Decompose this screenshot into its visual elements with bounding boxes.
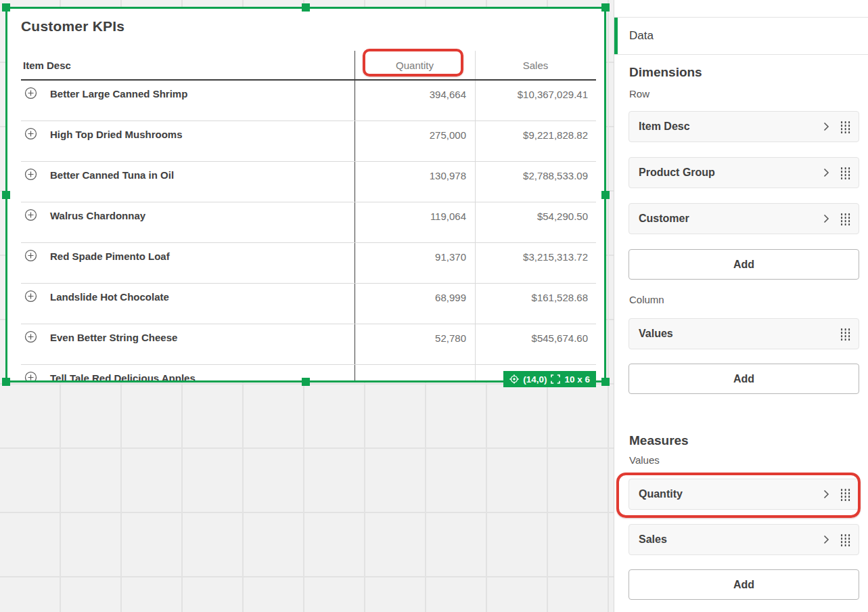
table-row: High Top Dried Mushrooms 275,000 $9,221,… bbox=[21, 121, 596, 162]
chevron-right-icon[interactable] bbox=[823, 214, 829, 223]
expand-row-icon[interactable] bbox=[24, 127, 37, 140]
tab-data[interactable]: Data bbox=[614, 17, 868, 55]
table-row: Red Spade Pimento Loaf 91,370 $3,215,313… bbox=[21, 243, 596, 284]
selection-handle-middle-left[interactable] bbox=[2, 191, 10, 199]
data-tab-label: Data bbox=[629, 29, 654, 43]
selection-handle-top-middle[interactable] bbox=[302, 3, 310, 12]
sheet-canvas[interactable]: Customer KPIs Item Desc Quantity Sales B… bbox=[0, 0, 614, 612]
drag-handle-icon[interactable] bbox=[840, 328, 850, 341]
table-row: Even Better String Cheese 52,780 $545,67… bbox=[21, 324, 596, 365]
expand-row-icon[interactable] bbox=[24, 371, 37, 380]
sales-cell: $2,788,533.09 bbox=[475, 170, 588, 181]
position-target-icon bbox=[509, 374, 519, 384]
expand-row-icon[interactable] bbox=[24, 330, 37, 343]
pivot-table: Item Desc Quantity Sales Better Large Ca… bbox=[21, 51, 596, 380]
dimension-card-customer[interactable]: Customer bbox=[629, 203, 859, 234]
widget-title: Customer KPIs bbox=[21, 18, 124, 35]
row-label[interactable]: Tell Tale Red Delicious Apples bbox=[50, 372, 196, 380]
measures-values-label: Values bbox=[629, 454, 660, 466]
column-card-label: Values bbox=[639, 328, 673, 340]
quantity-cell: 52,780 bbox=[355, 332, 466, 344]
column-card-values[interactable]: Values bbox=[629, 318, 859, 349]
drag-handle-icon[interactable] bbox=[840, 488, 850, 501]
expand-row-icon[interactable] bbox=[24, 87, 37, 100]
table-row: Better Large Canned Shrimp 394,664 $10,3… bbox=[21, 81, 596, 121]
drag-handle-icon[interactable] bbox=[840, 121, 850, 133]
table-row: Landslide Hot Chocolate 68,999 $161,528.… bbox=[21, 284, 596, 324]
dimension-card-product-group[interactable]: Product Group bbox=[629, 157, 859, 188]
selection-handle-bottom-middle[interactable] bbox=[302, 378, 310, 386]
add-measure-button[interactable]: Add bbox=[629, 569, 859, 600]
selection-handle-bottom-right[interactable] bbox=[601, 378, 610, 386]
dimensions-heading: Dimensions bbox=[629, 65, 702, 80]
column-section-label: Column bbox=[629, 294, 664, 305]
table-body: Better Large Canned Shrimp 394,664 $10,3… bbox=[21, 81, 596, 380]
table-row: Better Canned Tuna in Oil 130,978 $2,788… bbox=[21, 162, 596, 202]
measure-card-quantity[interactable]: Quantity bbox=[629, 479, 859, 510]
row-label[interactable]: Even Better String Cheese bbox=[50, 332, 177, 343]
row-section-label: Row bbox=[629, 88, 649, 100]
measure-card-label: Quantity bbox=[639, 488, 683, 500]
quantity-cell: 394,664 bbox=[355, 89, 466, 100]
drag-handle-icon[interactable] bbox=[840, 213, 850, 225]
drag-handle-icon[interactable] bbox=[840, 533, 850, 546]
expand-row-icon[interactable] bbox=[24, 209, 37, 221]
properties-panel: Data Dimensions Row Item Desc Product Gr… bbox=[614, 0, 868, 612]
row-label[interactable]: Walrus Chardonnay bbox=[50, 210, 145, 221]
table-header-row: Item Desc Quantity Sales bbox=[21, 51, 596, 81]
quantity-cell: 68,999 bbox=[355, 292, 466, 303]
add-column-dimension-button[interactable]: Add bbox=[629, 364, 859, 394]
expand-row-icon[interactable] bbox=[24, 249, 37, 262]
sales-cell: $10,367,029.41 bbox=[475, 89, 588, 100]
sales-cell: $545,674.60 bbox=[475, 332, 588, 344]
dimension-card-label: Customer bbox=[639, 213, 689, 225]
chevron-right-icon[interactable] bbox=[823, 535, 829, 544]
selection-handle-bottom-left[interactable] bbox=[2, 378, 10, 386]
table-row: Walrus Chardonnay 119,064 $54,290.50 bbox=[21, 202, 596, 243]
selection-position: (14,0) bbox=[523, 374, 547, 385]
quantity-cell: 130,978 bbox=[355, 170, 466, 181]
row-label[interactable]: Landslide Hot Chocolate bbox=[50, 291, 169, 303]
add-row-dimension-button[interactable]: Add bbox=[629, 249, 859, 280]
quantity-cell: 275,000 bbox=[355, 129, 466, 141]
column-header-quantity[interactable]: Quantity bbox=[355, 60, 475, 71]
chevron-right-icon[interactable] bbox=[823, 168, 829, 177]
column-header-sales[interactable]: Sales bbox=[475, 60, 596, 71]
chevron-right-icon[interactable] bbox=[823, 489, 829, 499]
selection-size: 10 x 6 bbox=[564, 374, 590, 385]
quantity-cell: 119,064 bbox=[355, 211, 466, 222]
sales-cell: $161,528.68 bbox=[475, 292, 588, 303]
selection-handle-middle-right[interactable] bbox=[601, 191, 610, 199]
selection-handle-top-left[interactable] bbox=[2, 3, 10, 12]
quantity-cell: 91,370 bbox=[355, 251, 466, 263]
sales-cell: $9,221,828.82 bbox=[475, 129, 588, 141]
column-header-item-desc[interactable]: Item Desc bbox=[23, 60, 71, 71]
row-label[interactable]: Better Large Canned Shrimp bbox=[50, 88, 187, 100]
drag-handle-icon[interactable] bbox=[840, 167, 850, 179]
row-label[interactable]: High Top Dried Mushrooms bbox=[50, 129, 183, 140]
sales-cell: $3,215,313.72 bbox=[475, 251, 588, 263]
expand-row-icon[interactable] bbox=[24, 168, 37, 181]
measure-card-label: Sales bbox=[639, 533, 667, 546]
dimension-card-item-desc[interactable]: Item Desc bbox=[629, 111, 859, 142]
measure-card-sales[interactable]: Sales bbox=[629, 524, 859, 555]
measures-heading: Measures bbox=[629, 433, 689, 448]
selection-position-size-badge: (14,0) 10 x 6 bbox=[503, 371, 596, 387]
selection-handle-top-right[interactable] bbox=[601, 3, 610, 12]
bounds-icon bbox=[551, 374, 560, 384]
sales-cell: $54,290.50 bbox=[475, 211, 588, 222]
expand-row-icon[interactable] bbox=[24, 290, 37, 303]
row-label[interactable]: Red Spade Pimento Loaf bbox=[50, 250, 170, 262]
dimension-card-label: Item Desc bbox=[639, 121, 690, 133]
row-label[interactable]: Better Canned Tuna in Oil bbox=[50, 169, 174, 181]
chevron-right-icon[interactable] bbox=[823, 122, 829, 131]
dimension-card-label: Product Group bbox=[639, 167, 715, 179]
pivot-table-widget[interactable]: Customer KPIs Item Desc Quantity Sales B… bbox=[5, 7, 606, 383]
